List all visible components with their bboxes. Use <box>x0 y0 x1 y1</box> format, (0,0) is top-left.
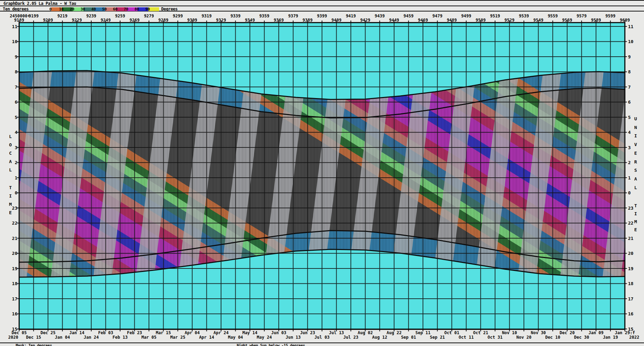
legend-swatch-value: 70 <box>124 7 128 11</box>
axis-title-letter: L <box>9 134 12 139</box>
axis-title-letter: L <box>9 167 12 172</box>
hour-label: 16 <box>628 311 634 316</box>
date-label: Dec 20 <box>560 330 575 335</box>
julian-date-label: 9309 <box>187 18 197 23</box>
legend-swatch-value: 0 <box>49 7 52 11</box>
axis-title-letter: I <box>634 133 637 138</box>
date-label: Aug 22 <box>386 330 401 335</box>
julian-date-label: 9559 <box>548 14 558 18</box>
julian-date-label: 9339 <box>230 14 241 18</box>
hour-label: 9 <box>15 54 17 59</box>
axis-title-letter: E <box>9 210 12 215</box>
hour-label: 3 <box>628 145 631 150</box>
date-label: Mar 25 <box>170 335 185 340</box>
date-label: Oct 31 <box>487 335 502 340</box>
date-label: Jun 23 <box>300 330 315 335</box>
hour-label: 1 <box>15 175 17 180</box>
date-label: Mar 05 <box>141 335 156 340</box>
julian-date-label: 9229 <box>72 18 82 23</box>
year-label: 2022 <box>629 335 639 340</box>
julian-date-label: 9599 <box>605 14 615 18</box>
axis-title-letter: C <box>9 151 12 156</box>
julian-date-label: 9479 <box>432 14 442 18</box>
axis-title-letter: E <box>634 227 637 232</box>
date-label: Feb 03 <box>98 330 113 335</box>
julian-date-label: 9369 <box>274 18 284 23</box>
date-label: Mar 15 <box>156 330 171 335</box>
date-label: Jul 23 <box>343 335 358 340</box>
hour-label: 10 <box>12 39 17 44</box>
hour-label: 9 <box>628 54 631 59</box>
hour-label: 11 <box>12 24 17 29</box>
legend-swatch-value: 50 <box>102 7 107 11</box>
hour-label: 19 <box>628 266 634 271</box>
legend-swatch-value: 40 <box>91 7 96 11</box>
axis-title-letter: N <box>634 125 637 130</box>
date-label: Dec 25 <box>40 330 55 335</box>
hour-label: 7 <box>15 85 17 90</box>
legend-swatch-value: 80 <box>134 7 139 11</box>
date-label: Jun 03 <box>271 330 286 335</box>
hour-label: 21 <box>12 236 17 241</box>
hour-label: 2 <box>15 160 17 165</box>
julian-date-label: 9409 <box>331 18 341 23</box>
julian-date-label: 9469 <box>418 18 428 23</box>
axis-title-letter: M <box>9 202 12 207</box>
julian-date-label: 9319 <box>202 14 212 18</box>
date-label: Nov 10 <box>502 330 517 335</box>
julian-date-label: 9459 <box>403 14 414 18</box>
date-label: Oct 11 <box>459 335 474 340</box>
date-label: Dec 30 <box>574 335 589 340</box>
year-label: 2020 <box>8 335 18 340</box>
axis-title-letter: O <box>9 142 12 147</box>
legend-unit-label: Degrees <box>161 7 178 11</box>
hour-label: 23 <box>12 206 17 211</box>
app-title: GraphDark 2.05 La Palma - W Tau <box>3 1 76 6</box>
julian-date-label: 9569 <box>562 18 572 23</box>
julian-date-label: 9209 <box>43 18 53 23</box>
hour-label: 22 <box>628 220 634 226</box>
date-label: Oct 21 <box>473 330 488 335</box>
date-label: Jan 04 <box>55 335 70 340</box>
axis-title-letter: I <box>634 211 637 216</box>
legend-swatch-value: 60 <box>113 7 117 11</box>
julian-date-label: 9219 <box>57 14 68 18</box>
julian-date-label: 9239 <box>86 14 96 18</box>
hour-label: 5 <box>15 115 17 120</box>
hour-label: 21 <box>628 236 634 241</box>
julian-date-label: 9449 <box>389 18 399 23</box>
visibility-chart: 2450000+91999219923992599279929993199339… <box>0 1 644 346</box>
legend-swatch-value: 20 <box>70 7 74 11</box>
right-axis-hours: 11109876543210232221201918171615 <box>628 24 634 332</box>
julian-date-label: 9579 <box>576 14 587 18</box>
graphdark-window: 2450000+91999219923992599279929993199339… <box>0 0 644 346</box>
julian-date-label: 9609 <box>620 18 630 23</box>
julian-date-label: 9249 <box>101 18 111 23</box>
hour-label: 3 <box>15 145 17 150</box>
julian-date-label: 9269 <box>129 18 140 23</box>
axis-title-letter: A <box>634 176 637 182</box>
julian-date-label: 9539 <box>519 14 529 18</box>
julian-date-label: 9289 <box>158 18 168 23</box>
date-label: Sep 01 <box>401 335 416 340</box>
date-label: May 04 <box>228 335 243 340</box>
hour-label: 0 <box>15 190 17 195</box>
date-label: May 24 <box>257 335 272 340</box>
julian-date-label: 9419 <box>346 14 356 18</box>
hour-label: 18 <box>628 281 634 286</box>
status-mask-text: Mask: Ten degrees <box>16 344 52 346</box>
legend-mask-label: Ten degrees <box>3 7 29 11</box>
axis-title-letter: U <box>634 116 637 121</box>
hour-label: 1 <box>628 175 631 180</box>
hour-label: 16 <box>12 311 17 316</box>
axis-title-letter: V <box>634 142 637 147</box>
legend-swatch-value: 10 <box>59 7 63 11</box>
top-axis: 2450000+91999219923992599279929993199339… <box>10 14 630 23</box>
legend-swatch-value: 90 <box>145 7 150 11</box>
julian-date-label: 9549 <box>533 18 543 23</box>
hour-label: 0 <box>628 190 631 195</box>
legend-swatch-value: 30 <box>80 7 85 11</box>
julian-date-label: 9499 <box>461 14 471 18</box>
date-label: Aug 12 <box>372 335 387 340</box>
hour-label: 7 <box>628 85 631 90</box>
